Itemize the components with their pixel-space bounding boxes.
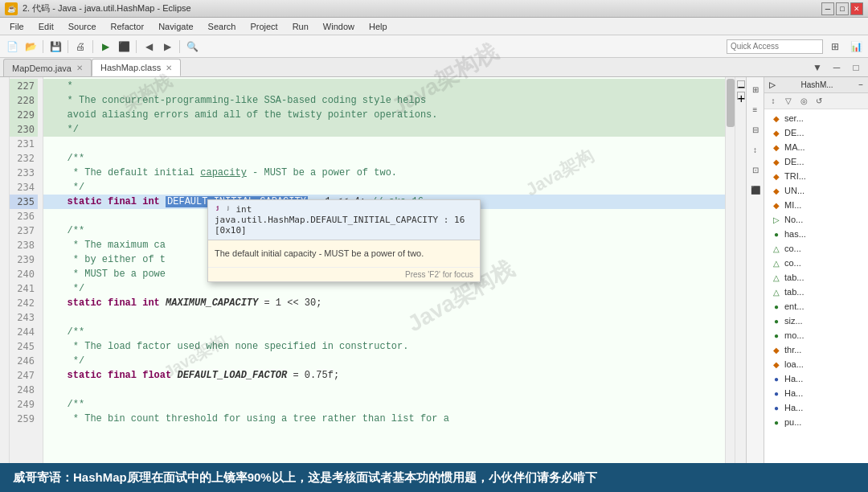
ln-248: 248 <box>10 383 38 397</box>
close-button[interactable]: ✕ <box>850 2 863 15</box>
outline-icon-siz: ● <box>771 315 782 326</box>
outline-hide[interactable]: ◎ <box>796 94 811 109</box>
ln-242: 242 <box>10 296 38 310</box>
tab-min-button[interactable]: ─ <box>828 59 845 76</box>
panel-btn-3[interactable]: ⊟ <box>747 121 764 138</box>
outline-item-ha2[interactable]: ● Ha... <box>764 386 868 400</box>
menu-navigate[interactable]: Navigate <box>152 20 199 33</box>
menu-file[interactable]: File <box>3 20 31 33</box>
debug-button[interactable]: ⬛ <box>115 38 133 55</box>
outline-item-de1[interactable]: ◆ DE... <box>764 125 868 140</box>
minimize-button[interactable]: ─ <box>821 2 834 15</box>
outline-item-ha1[interactable]: ● Ha... <box>764 371 868 386</box>
outline-icon-ser: ◆ <box>771 113 782 124</box>
ln-231: 231 <box>10 137 38 151</box>
ln-241: 241 <box>10 281 38 296</box>
maximize-button[interactable]: □ <box>836 2 849 15</box>
outline-item-siz[interactable]: ● siz... <box>764 314 868 328</box>
menu-bar: File Edit Source Refactor Navigate Searc… <box>0 18 868 35</box>
ln-234: 234 <box>10 180 38 195</box>
outline-item-thr[interactable]: ◆ thr... <box>764 342 868 357</box>
outline-item-co1[interactable]: △ co... <box>764 241 868 256</box>
outline-item-has[interactable]: ● has... <box>764 227 868 241</box>
editor-scrollbar[interactable] <box>725 77 735 463</box>
ln-249: 249 <box>10 397 38 412</box>
outline-collapse[interactable]: − <box>858 80 863 89</box>
search-button[interactable]: 🔍 <box>183 38 201 55</box>
outline-refresh[interactable]: ↺ <box>812 94 826 109</box>
tab-mapdemo-close[interactable]: ✕ <box>76 64 83 72</box>
run-button[interactable]: ▶ <box>96 38 114 55</box>
menu-window[interactable]: Window <box>317 20 361 33</box>
panel-btn-1[interactable]: ⊞ <box>747 80 764 98</box>
ln-239: 239 <box>10 252 38 267</box>
outline-icon-tri: ◆ <box>771 170 782 182</box>
outline-item-mo[interactable]: ● mo... <box>764 328 868 342</box>
menu-run[interactable]: Run <box>286 20 315 33</box>
outline-label-ha2: Ha... <box>784 388 803 398</box>
panel-btn-2[interactable]: ≡ <box>747 100 764 118</box>
menu-refactor[interactable]: Refactor <box>104 20 151 33</box>
outline-toolbar: ↕ ▽ ◎ ↺ <box>764 93 868 109</box>
outline-item-tab2[interactable]: △ tab... <box>764 285 868 299</box>
outline-icon-un: ◆ <box>771 185 782 196</box>
panel-btn-5[interactable]: ⊡ <box>747 161 764 178</box>
code-line-248 <box>43 383 725 397</box>
outline-item-ma[interactable]: ◆ MA... <box>764 140 868 154</box>
ln-229: 229 <box>10 108 38 122</box>
outline-item-pu[interactable]: ● pu... <box>764 415 868 429</box>
outline-item-ser[interactable]: ◆ ser... <box>764 111 868 125</box>
panel-btn-6[interactable]: ⬛ <box>747 181 764 199</box>
outline-filter[interactable]: ▽ <box>781 94 796 109</box>
scroll-thumb[interactable] <box>727 79 735 127</box>
menu-source[interactable]: Source <box>62 20 103 33</box>
tooltip-popup: ʲ ʲ int java.util.HashMap.DEFAULT_INITIA… <box>207 199 481 282</box>
tab-hashmap-close[interactable]: ✕ <box>166 64 172 72</box>
tab-bar: MapDemo.java ✕ HashMap.class ✕ ▼ ─ □ <box>0 58 868 77</box>
tab-list-button[interactable]: ▼ <box>809 59 826 76</box>
outline-item-loa[interactable]: ◆ loa... <box>764 357 868 371</box>
forward-button[interactable]: ▶ <box>158 38 176 55</box>
code-line-243 <box>43 310 725 325</box>
tab-hashmap[interactable]: HashMap.class ✕ <box>92 59 181 76</box>
outline-item-tri[interactable]: ◆ TRI... <box>764 169 868 183</box>
outline-item-no[interactable]: ▷ No... <box>764 212 868 227</box>
outline-item-de2[interactable]: ◆ DE... <box>764 154 868 169</box>
outline-item-ha3[interactable]: ● Ha... <box>764 400 868 415</box>
outline-label-de2: DE... <box>784 157 804 166</box>
outline-item-co2[interactable]: △ co... <box>764 256 868 270</box>
menu-help[interactable]: Help <box>362 20 394 33</box>
tooltip-footer-text: Press 'F2' for focus <box>405 270 473 279</box>
ln-237: 237 <box>10 223 38 238</box>
open-button[interactable]: 📂 <box>22 38 39 55</box>
perspective-button[interactable]: ⊞ <box>826 38 844 55</box>
toolbar: 📄 📂 💾 🖨 ▶ ⬛ ◀ ▶ 🔍 ⊞ 📊 <box>0 35 868 58</box>
print-button[interactable]: 🖨 <box>72 38 89 55</box>
toolbar-sep-4 <box>136 40 137 53</box>
panel-btn-4[interactable]: ↕ <box>747 141 764 158</box>
ln-230: 230 <box>10 122 38 137</box>
ln-236: 236 <box>10 209 38 223</box>
outline-label-tab2: tab... <box>784 287 804 297</box>
outline-item-tab1[interactable]: △ tab... <box>764 270 868 285</box>
code-line-230: */ <box>43 122 725 137</box>
collapse-button[interactable]: − <box>737 80 745 88</box>
outline-item-mi[interactable]: ◆ MI... <box>764 198 868 212</box>
tab-mapdemo[interactable]: MapDemo.java ✕ <box>3 59 92 76</box>
quick-access-input[interactable] <box>727 39 823 54</box>
outline-sort[interactable]: ↕ <box>766 94 780 109</box>
view-button[interactable]: 📊 <box>847 38 865 55</box>
menu-edit[interactable]: Edit <box>32 20 60 33</box>
title-bar: ☕ 2. 代码 - Java - java.util.HashMap - Ecl… <box>0 0 868 18</box>
outline-item-ent[interactable]: ● ent... <box>764 299 868 314</box>
menu-search[interactable]: Search <box>202 20 243 33</box>
back-button[interactable]: ◀ <box>140 38 158 55</box>
menu-project[interactable]: Project <box>244 20 284 33</box>
save-button[interactable]: 💾 <box>47 38 64 55</box>
tab-max-button[interactable]: □ <box>847 59 865 76</box>
new-button[interactable]: 📄 <box>3 38 21 55</box>
expand-button[interactable]: + <box>737 92 745 100</box>
tab-mapdemo-label: MapDemo.java <box>12 64 72 73</box>
outline-icon-mo: ● <box>771 330 782 341</box>
outline-item-un[interactable]: ◆ UN... <box>764 183 868 198</box>
